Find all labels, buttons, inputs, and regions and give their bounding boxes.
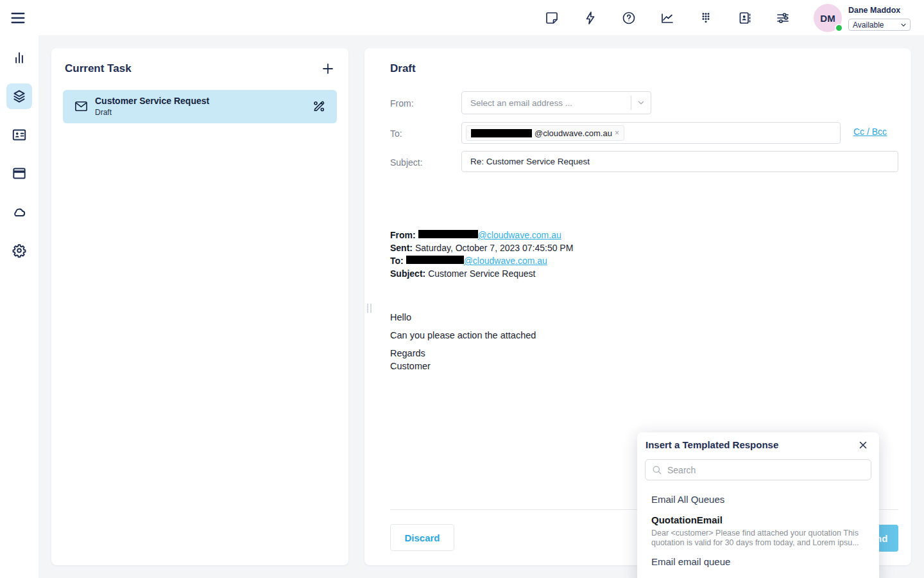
task-title: Customer Service Request bbox=[95, 96, 209, 106]
body-line: Regards bbox=[390, 348, 425, 358]
help-icon[interactable] bbox=[617, 6, 640, 30]
template-search-input[interactable] bbox=[667, 465, 871, 475]
body-line: Hello bbox=[390, 312, 411, 322]
from-label: From: bbox=[390, 98, 414, 109]
template-item-quotation-email[interactable]: QuotationEmail bbox=[651, 514, 723, 525]
status-value: Available bbox=[853, 21, 884, 30]
task-subtitle: Draft bbox=[95, 108, 112, 117]
panel-resize-handle[interactable]: || bbox=[366, 302, 373, 313]
draft-heading: Draft bbox=[390, 62, 416, 75]
left-nav-rail bbox=[0, 35, 38, 578]
template-preview-text[interactable]: Dear <customer> Please find attached you… bbox=[651, 529, 866, 548]
quoted-to-line: To: @cloudwave.com.au bbox=[390, 256, 547, 266]
body-line: Can you please action the attached bbox=[390, 330, 536, 340]
cc-bcc-link[interactable]: Cc / Bcc bbox=[853, 127, 887, 137]
templated-response-popup: Insert a Templated Response Email All Qu… bbox=[637, 432, 879, 578]
status-dot bbox=[835, 24, 843, 32]
nav-cloud-icon[interactable] bbox=[6, 199, 32, 225]
subject-input[interactable]: Re: Customer Service Request bbox=[461, 151, 898, 172]
to-recipients-input[interactable]: @cloudwave.com.au × bbox=[461, 122, 841, 144]
popup-title: Insert a Templated Response bbox=[646, 439, 778, 450]
avatar-initials: DM bbox=[820, 13, 835, 24]
template-search-box bbox=[645, 459, 871, 480]
add-task-plus-icon[interactable] bbox=[319, 60, 337, 78]
nav-contact-card-icon[interactable] bbox=[6, 122, 32, 148]
email-envelope-icon bbox=[74, 99, 89, 116]
subject-label: Subject: bbox=[390, 157, 423, 168]
chip-remove-icon[interactable]: × bbox=[615, 128, 619, 137]
top-bar: DM Dane Maddox Available bbox=[0, 0, 924, 35]
nav-tasks-layers-icon[interactable] bbox=[6, 83, 32, 109]
search-icon bbox=[651, 464, 662, 475]
nav-window-icon[interactable] bbox=[6, 161, 32, 186]
status-select[interactable]: Available bbox=[848, 19, 911, 31]
note-icon[interactable] bbox=[540, 6, 563, 30]
template-item-email-email-queue[interactable]: Email email queue bbox=[651, 556, 730, 567]
current-task-title: Current Task bbox=[65, 62, 132, 75]
discard-button[interactable]: Discard bbox=[390, 524, 454, 551]
compose-pen-icon bbox=[312, 99, 327, 116]
from-address-select[interactable]: Select an email address ... bbox=[461, 91, 651, 114]
contacts-book-icon[interactable] bbox=[733, 6, 756, 30]
lightning-icon[interactable] bbox=[579, 6, 602, 30]
avatar[interactable]: DM bbox=[814, 4, 842, 32]
redacted-text bbox=[471, 129, 532, 137]
quoted-from-link[interactable]: @cloudwave.com.au bbox=[478, 230, 561, 240]
nav-analytics-icon[interactable] bbox=[6, 45, 32, 71]
subject-value: Re: Customer Service Request bbox=[470, 157, 590, 166]
quoted-sent-line: Sent: Saturday, October 7, 2023 07:45:50… bbox=[390, 243, 573, 253]
template-item-email-all-queues[interactable]: Email All Queues bbox=[651, 494, 724, 505]
task-card-customer-service-request[interactable]: Customer Service Request Draft bbox=[63, 90, 337, 123]
chevron-down-icon bbox=[900, 21, 907, 29]
quoted-to-link[interactable]: @cloudwave.com.au bbox=[464, 256, 547, 266]
menu-hamburger-icon[interactable] bbox=[9, 8, 30, 28]
body-line: Customer bbox=[390, 361, 431, 371]
settings-sliders-icon[interactable] bbox=[771, 6, 794, 30]
close-icon[interactable] bbox=[855, 437, 871, 454]
from-placeholder: Select an email address ... bbox=[462, 98, 631, 108]
quoted-from-line: From: @cloudwave.com.au bbox=[390, 230, 561, 240]
recipient-domain: @cloudwave.com.au bbox=[535, 128, 612, 138]
current-task-panel: Current Task Customer Service Request Dr… bbox=[51, 48, 348, 565]
dialpad-icon[interactable] bbox=[694, 6, 717, 30]
redacted-text bbox=[418, 230, 478, 238]
quoted-subject-line: Subject: Customer Service Request bbox=[390, 268, 535, 279]
user-name: Dane Maddox bbox=[848, 6, 900, 15]
to-label: To: bbox=[390, 128, 402, 139]
performance-chart-icon[interactable] bbox=[656, 6, 679, 30]
recipient-chip: @cloudwave.com.au × bbox=[466, 125, 624, 141]
redacted-text bbox=[406, 256, 464, 264]
chevron-down-icon bbox=[631, 98, 651, 107]
nav-settings-gear-icon[interactable] bbox=[6, 238, 32, 263]
